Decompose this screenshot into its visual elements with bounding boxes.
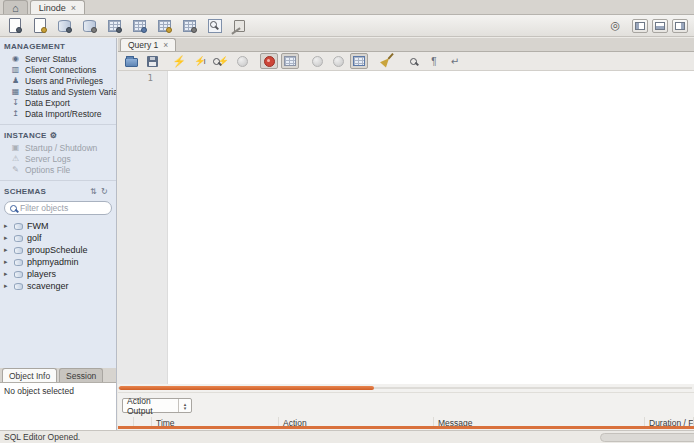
expander-arrow-icon[interactable]: ▸: [4, 258, 10, 266]
sql-code-editor[interactable]: 1: [118, 71, 694, 384]
expander-arrow-icon[interactable]: ▸: [4, 222, 10, 230]
collapse-expand-icon[interactable]: ⇅: [90, 187, 97, 196]
sidebar-item-users-privileges[interactable]: ♟ Users and Privileges: [0, 75, 116, 86]
create-procedure-icon[interactable]: [156, 18, 173, 33]
instance-title: INSTANCE: [4, 131, 47, 140]
close-icon[interactable]: ×: [71, 3, 76, 13]
sql-editor-toolbar: ⚡ ⚡I ⚡ ¶ ↵: [118, 52, 694, 71]
startup-shutdown-icon: ▣: [10, 143, 21, 152]
commit-button[interactable]: [308, 53, 326, 69]
scrollbar-thumb[interactable]: [119, 386, 374, 390]
sidebar-item-client-connections[interactable]: ▥ Client Connections: [0, 64, 116, 75]
sidebar-item-options-file[interactable]: ✎ Options File: [0, 164, 116, 175]
schema-item-fwm[interactable]: ▸ FWM: [0, 220, 116, 232]
open-file-button[interactable]: [122, 53, 140, 69]
sidebar-item-data-export[interactable]: ↧ Data Export: [0, 97, 116, 108]
output-selector[interactable]: Action Output ▴ ▾: [122, 398, 192, 413]
sidebar-item-startup-shutdown[interactable]: ▣ Startup / Shutdown: [0, 142, 116, 153]
stop-on-error-toggle[interactable]: [260, 53, 278, 69]
dropdown-spinner-icon[interactable]: ▴ ▾: [178, 399, 191, 412]
sidebar-item-server-status[interactable]: ◉ Server Status: [0, 53, 116, 64]
execute-current-button[interactable]: ⚡I: [191, 53, 209, 69]
rollback-button[interactable]: [329, 53, 347, 69]
tab-session[interactable]: Session: [59, 368, 103, 382]
autocommit-toggle[interactable]: [350, 53, 368, 69]
tab-connection-linode[interactable]: Linode ×: [30, 0, 85, 14]
invisible-chars-toggle[interactable]: ¶: [425, 53, 443, 69]
column-header-action[interactable]: Action: [279, 417, 434, 426]
new-query-tab-icon[interactable]: [6, 18, 23, 33]
connection-tab-label: Linode: [39, 3, 66, 13]
horizontal-scrollbar-thumb[interactable]: [600, 433, 694, 442]
column-header-message[interactable]: Message: [434, 417, 645, 426]
editor-text-surface[interactable]: [168, 71, 694, 384]
schema-name: scavenger: [27, 281, 69, 291]
query-tab-label: Query 1: [128, 40, 158, 50]
close-icon[interactable]: ×: [163, 40, 168, 50]
sidebar-item-data-import-restore[interactable]: ↥ Data Import/Restore: [0, 108, 116, 119]
result-grid-icon: [284, 56, 296, 66]
search-data-icon[interactable]: [206, 18, 223, 33]
status-bar: SQL Editor Opened.: [0, 430, 694, 443]
wrap-text-toggle[interactable]: ↵: [446, 53, 464, 69]
schema-filter-box[interactable]: [4, 201, 112, 215]
stop-button[interactable]: [233, 53, 251, 69]
sidebar-item-label: Client Connections: [25, 65, 96, 75]
data-export-icon: ↧: [10, 98, 21, 107]
sidebar-item-status-system-variables[interactable]: ▦ Status and System Variables: [0, 86, 116, 97]
reconnect-dbms-icon[interactable]: [231, 18, 248, 33]
main-toolbar: ◎: [0, 15, 694, 37]
schema-item-groupschedule[interactable]: ▸ groupSchedule: [0, 244, 116, 256]
save-icon: [147, 56, 158, 67]
execute-button[interactable]: ⚡: [170, 53, 188, 69]
tab-query-1[interactable]: Query 1 ×: [120, 38, 176, 51]
editor-horizontal-scrollbar[interactable]: [118, 384, 694, 392]
schema-item-phpmyadmin[interactable]: ▸ phpmyadmin: [0, 256, 116, 268]
create-function-icon[interactable]: [181, 18, 198, 33]
schema-filter-input[interactable]: [20, 203, 100, 213]
management-section-header: MANAGEMENT: [0, 38, 116, 53]
pilcrow-icon: ¶: [431, 56, 436, 67]
column-status-icon: [118, 417, 134, 426]
create-table-icon[interactable]: [106, 18, 123, 33]
cursor-ibeam-icon: I: [204, 57, 206, 66]
toggle-bottom-panel-button[interactable]: [652, 19, 668, 33]
save-script-button[interactable]: [143, 53, 161, 69]
find-button[interactable]: [404, 53, 422, 69]
sidebar-item-server-logs[interactable]: ⚠ Server Logs: [0, 153, 116, 164]
toggle-right-sidebar-button[interactable]: [672, 19, 688, 33]
column-header-time[interactable]: Time: [152, 417, 279, 426]
search-icon: [10, 205, 17, 212]
expander-arrow-icon[interactable]: ▸: [4, 282, 10, 290]
commit-icon: [312, 56, 323, 67]
schema-icon: [14, 271, 23, 278]
tab-label: Object Info: [9, 371, 50, 381]
schema-item-players[interactable]: ▸ players: [0, 268, 116, 280]
toggle-left-sidebar-button[interactable]: [632, 19, 648, 33]
data-import-icon: ↥: [10, 109, 21, 118]
expander-arrow-icon[interactable]: ▸: [4, 246, 10, 254]
tab-object-info[interactable]: Object Info: [2, 368, 57, 382]
create-schema-icon[interactable]: [56, 18, 73, 33]
column-header-duration-fetch[interactable]: Duration / Fetch: [645, 417, 694, 426]
alter-schema-icon[interactable]: [81, 18, 98, 33]
rollback-icon: [333, 56, 344, 67]
beautify-button[interactable]: [377, 53, 395, 69]
action-output-header-row: Time Action Message Duration / Fetch: [118, 417, 694, 429]
schema-item-golf[interactable]: ▸ golf: [0, 232, 116, 244]
sidebar-item-label: Server Status: [25, 54, 77, 64]
create-view-icon[interactable]: [131, 18, 148, 33]
tab-label: Session: [66, 371, 96, 381]
expander-arrow-icon[interactable]: ▸: [4, 234, 10, 242]
tab-home[interactable]: ⌂: [3, 0, 28, 14]
refresh-schemas-icon[interactable]: ↻: [101, 187, 108, 196]
expander-arrow-icon[interactable]: ▸: [4, 270, 10, 278]
open-sql-script-icon[interactable]: [31, 18, 48, 33]
schema-item-scavenger[interactable]: ▸ scavenger: [0, 280, 116, 292]
limit-rows-toggle[interactable]: [281, 53, 299, 69]
explain-button[interactable]: ⚡: [212, 53, 230, 69]
schemas-title: SCHEMAS: [4, 187, 46, 196]
schema-name: players: [27, 269, 56, 279]
server-logs-icon: ⚠: [10, 154, 21, 163]
sidebar-item-label: Data Export: [25, 98, 70, 108]
